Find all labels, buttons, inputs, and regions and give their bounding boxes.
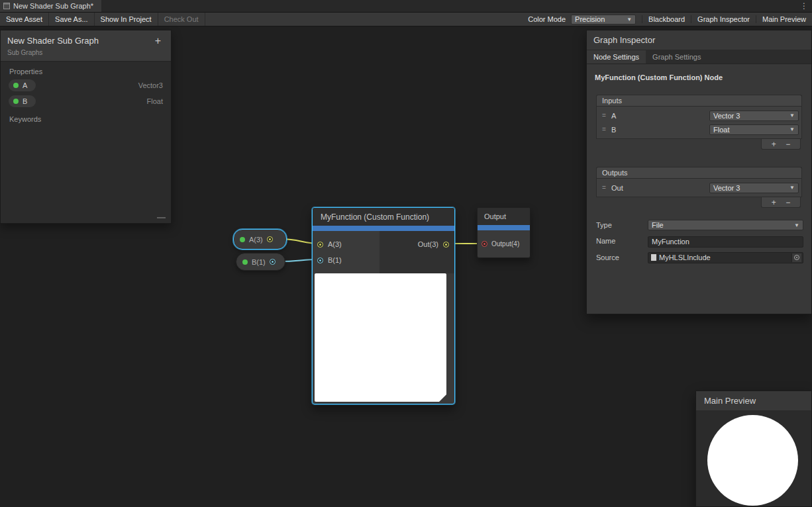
object-picker-icon[interactable] (791, 254, 801, 262)
input-port-a-label: A(3) (328, 240, 342, 248)
toolbar-left-group: Save Asset Save As... Show In Project Ch… (0, 13, 205, 26)
output-port-label: Output(4) (491, 240, 519, 248)
property-dot-icon (13, 83, 19, 88)
source-object-field[interactable]: MyHLSLInclude (648, 252, 803, 263)
blackboard-subtitle: Sub Graphs (7, 49, 164, 56)
property-b-type: Float (147, 97, 163, 105)
blackboard-resize-handle[interactable] (157, 217, 166, 218)
chevron-down-icon: ▼ (789, 113, 795, 118)
input-ports-column: A(3) B(1) (313, 231, 380, 273)
input-port-b-label: B(1) (328, 256, 342, 264)
show-in-project-button[interactable]: Show In Project (95, 13, 158, 26)
port-b-input-icon[interactable] (317, 257, 323, 263)
output-out-type-dropdown[interactable]: Vector 3 ▼ (709, 183, 799, 193)
node-myfunction-header[interactable]: MyFunction (Custom Function) (313, 208, 454, 226)
node-myfunction[interactable]: MyFunction (Custom Function) A(3) B(1) O… (312, 207, 455, 404)
port-a-input-icon[interactable] (317, 242, 323, 248)
blackboard-panel: New Shader Sub Graph + Sub Graphs Proper… (0, 30, 172, 224)
port-b-output-icon[interactable] (270, 259, 276, 265)
tab-node-settings[interactable]: Node Settings (587, 50, 646, 64)
preview-resize-handle[interactable] (439, 394, 446, 402)
blackboard-toggle-button[interactable]: Blackboard (642, 15, 691, 23)
main-preview-title: Main Preview (704, 396, 756, 406)
inputs-list-header: Inputs (596, 95, 802, 106)
property-pill-b[interactable]: B (9, 95, 36, 107)
blackboard-property-row: B Float (1, 93, 171, 109)
main-preview-toggle-button[interactable]: Main Preview (756, 15, 812, 23)
property-node-a[interactable]: A(3) (233, 229, 287, 250)
name-field-row: Name (595, 235, 803, 248)
property-node-b-label: B(1) (252, 258, 266, 266)
main-preview-panel: Main Preview (695, 391, 812, 507)
port-output4-input-icon[interactable] (482, 241, 487, 247)
property-dot-icon (13, 99, 19, 104)
node-myfunction-ports: A(3) B(1) Out(3) (313, 231, 454, 273)
inputs-list-row: = B Float ▼ (599, 122, 799, 136)
inputs-list-body: = A Vector 3 ▼ = B Float ▼ (596, 106, 802, 139)
input-port-row: A(3) (313, 236, 380, 252)
blackboard-header[interactable]: New Shader Sub Graph + Sub Graphs (1, 30, 171, 62)
output-port-row: Out(3) (380, 236, 454, 252)
add-output-button[interactable]: + (772, 198, 776, 207)
input-a-type-dropdown[interactable]: Vector 3 ▼ (709, 111, 799, 121)
inputs-list: Inputs = A Vector 3 ▼ = B Float ▼ (596, 95, 802, 150)
graph-inspector-content: MyFunction (Custom Function) Node Inputs… (587, 64, 811, 263)
remove-output-button[interactable]: − (786, 198, 790, 207)
drag-handle-icon[interactable]: = (599, 126, 609, 133)
source-field-row: Source MyHLSLInclude (595, 252, 803, 263)
shader-graph-window-icon (3, 3, 10, 9)
type-value: File (652, 221, 664, 229)
check-out-button: Check Out (158, 13, 205, 26)
input-a-type-value: Vector 3 (713, 112, 740, 120)
properties-section-label: Properties (1, 62, 171, 77)
output-out-name: Out (611, 184, 707, 192)
name-field[interactable] (648, 236, 803, 248)
add-property-button[interactable]: + (152, 36, 164, 46)
graph-inspector-toggle-button[interactable]: Graph Inspector (691, 15, 756, 23)
window-menu-icon[interactable]: ⋮ (800, 0, 808, 13)
port-a-output-icon[interactable] (267, 236, 273, 242)
drag-handle-icon[interactable]: = (599, 112, 609, 119)
chevron-down-icon: ▼ (627, 17, 632, 23)
drag-handle-icon[interactable]: = (599, 184, 609, 191)
type-label: Type (595, 221, 648, 229)
save-asset-button[interactable]: Save Asset (0, 13, 49, 26)
shader-preview-sphere (707, 415, 798, 506)
source-value: MyHLSLInclude (659, 254, 711, 261)
outputs-list-row: = Out Vector 3 ▼ (599, 181, 799, 195)
graph-inspector-title: Graph Inspector (593, 35, 655, 45)
window-tab[interactable]: New Shader Sub Graph* (0, 0, 101, 12)
main-preview-titlebar[interactable]: Main Preview (696, 391, 811, 411)
input-b-type-dropdown[interactable]: Float ▼ (709, 124, 799, 135)
toolbar-right-group: Color Mode Precision ▼ Blackboard Graph … (523, 13, 812, 26)
node-output-title: Output (484, 212, 506, 220)
property-dot-icon (242, 259, 248, 265)
node-output-header[interactable]: Output (478, 208, 530, 225)
node-output-port-row: Output(4) (478, 230, 530, 257)
tab-graph-settings[interactable]: Graph Settings (646, 50, 707, 64)
type-field-row: Type File ▼ (595, 220, 803, 230)
color-mode-dropdown[interactable]: Precision ▼ (571, 15, 636, 24)
property-pill-a[interactable]: A (9, 79, 36, 91)
save-as-button[interactable]: Save As... (49, 13, 95, 26)
input-port-row: B(1) (313, 252, 380, 268)
node-output[interactable]: Output Output(4) (477, 207, 531, 258)
output-ports-column: Out(3) (380, 231, 454, 273)
node-preview (315, 273, 446, 402)
port-out-output-icon[interactable] (443, 242, 449, 248)
input-b-name: B (611, 126, 707, 134)
add-input-button[interactable]: + (772, 140, 776, 149)
source-label: Source (595, 254, 648, 261)
graph-inspector-panel: Graph Inspector Node Settings Graph Sett… (586, 30, 812, 314)
remove-input-button[interactable]: − (786, 140, 790, 149)
type-dropdown[interactable]: File ▼ (648, 220, 803, 230)
inputs-list-footer: + − (596, 139, 802, 150)
input-a-name: A (611, 112, 707, 120)
output-out-type-value: Vector 3 (713, 184, 740, 192)
chevron-down-icon: ▼ (794, 222, 799, 228)
shader-graph-toolbar: Save Asset Save As... Show In Project Ch… (0, 13, 812, 26)
graph-inspector-titlebar[interactable]: Graph Inspector (587, 30, 811, 50)
property-dot-icon (240, 237, 245, 242)
property-node-b[interactable]: B(1) (236, 253, 285, 271)
chevron-down-icon: ▼ (789, 185, 795, 191)
